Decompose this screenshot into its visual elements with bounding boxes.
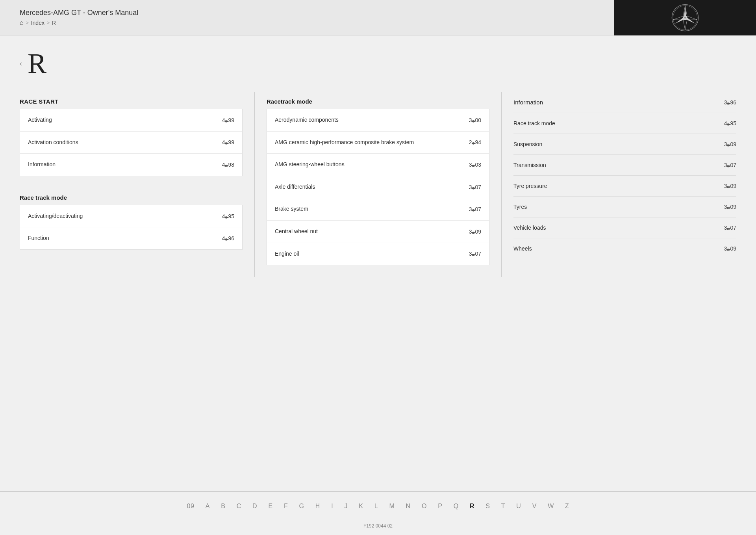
race-start-items: Activating 499 Activation conditions 499… <box>20 109 243 176</box>
item-page: 294 <box>469 139 481 145</box>
item-label: Information <box>28 161 56 169</box>
col3-item-page: 307 <box>724 225 736 231</box>
alpha-item-b[interactable]: B <box>215 500 231 513</box>
race-track-mode-section: Race track mode Activating/deactivating … <box>20 188 243 250</box>
alpha-item-a[interactable]: A <box>200 500 215 513</box>
list-item[interactable]: Information 498 <box>20 154 242 176</box>
col3-top-item[interactable]: Information 396 <box>513 92 736 113</box>
item-page: 300 <box>469 117 481 123</box>
col3-item-page: 309 <box>724 245 736 252</box>
list-item[interactable]: AMG steering-wheel buttons 303 <box>267 154 489 176</box>
column-1: RACE START Activating 499 Activation con… <box>20 92 246 277</box>
alpha-item-l[interactable]: L <box>369 500 384 513</box>
alpha-item-f[interactable]: F <box>278 500 294 513</box>
list-item[interactable]: Brake system 307 <box>267 198 489 221</box>
breadcrumb-sep2: > <box>47 20 50 26</box>
column-separator-1 <box>254 92 255 277</box>
col3-item-page: 307 <box>724 162 736 168</box>
list-item[interactable]: AMG ceramic high-performance composite b… <box>267 132 489 154</box>
main-content: RACE START Activating 499 Activation con… <box>0 84 756 491</box>
double-arrow-icon <box>472 228 475 235</box>
alpha-item-h[interactable]: H <box>310 500 326 513</box>
breadcrumb-sep1: > <box>26 20 29 26</box>
list-item[interactable]: Function 496 <box>20 227 242 249</box>
alpha-item-g[interactable]: G <box>294 500 310 513</box>
col3-item-label: Tyres <box>513 204 527 210</box>
list-item[interactable]: Activating 499 <box>20 109 242 132</box>
item-label: Activating <box>28 116 52 124</box>
race-start-header: RACE START <box>20 92 243 109</box>
breadcrumb-current: R <box>52 20 56 26</box>
alpha-item-e[interactable]: E <box>263 500 278 513</box>
race-track-mode-header: Race track mode <box>20 188 243 205</box>
racetrack-mode-col2-header: Racetrack mode <box>267 92 489 109</box>
item-label: Aerodynamic components <box>275 116 339 124</box>
col3-list-item[interactable]: Race track mode 495 <box>513 113 736 134</box>
col3-list-item[interactable]: Wheels 309 <box>513 238 736 259</box>
breadcrumb: ⌂ > Index > R <box>20 19 138 26</box>
alphabet-nav: 09 A B C D E F G H I J K L M N O P Q R S… <box>0 491 756 521</box>
alpha-item-t[interactable]: T <box>496 500 511 513</box>
alpha-item-o[interactable]: O <box>416 500 432 513</box>
double-arrow-icon <box>472 162 475 168</box>
list-item[interactable]: Engine oil 307 <box>267 243 489 265</box>
alpha-item-k[interactable]: K <box>353 500 369 513</box>
race-track-mode-items: Activating/deactivating 495 Function 496 <box>20 205 243 250</box>
list-item[interactable]: Axle differentials 307 <box>267 176 489 199</box>
alpha-item-09[interactable]: 09 <box>181 500 200 513</box>
mercedes-star-icon <box>671 4 699 32</box>
header-right <box>614 0 756 35</box>
double-arrow-icon <box>225 117 228 123</box>
racetrack-mode-col2-items: Aerodynamic components 300 AMG ceramic h… <box>267 109 489 265</box>
header-left: Mercedes-AMG GT - Owner's Manual ⌂ > Ind… <box>0 4 158 31</box>
item-label: Activation conditions <box>28 139 78 147</box>
alpha-item-n[interactable]: N <box>400 500 416 513</box>
double-arrow-icon <box>727 141 730 147</box>
alpha-item-m[interactable]: M <box>384 500 400 513</box>
alpha-item-s[interactable]: S <box>480 500 495 513</box>
list-item[interactable]: Aerodynamic components 300 <box>267 109 489 132</box>
back-arrow-icon[interactable]: ‹ <box>20 59 22 68</box>
alpha-item-d[interactable]: D <box>247 500 263 513</box>
alpha-item-z[interactable]: Z <box>560 500 575 513</box>
list-item[interactable]: Central wheel nut 309 <box>267 221 489 243</box>
double-arrow-icon <box>225 235 228 241</box>
alpha-item-r[interactable]: R <box>464 500 480 513</box>
double-arrow-icon <box>727 183 730 189</box>
col3-list-item[interactable]: Suspension 309 <box>513 134 736 155</box>
alpha-item-p[interactable]: P <box>432 500 448 513</box>
double-arrow-icon <box>472 139 475 145</box>
col3-item-label: Vehicle loads <box>513 225 546 231</box>
alpha-item-c[interactable]: C <box>231 500 247 513</box>
double-arrow-icon <box>225 162 228 168</box>
double-arrow-icon <box>472 251 475 257</box>
columns: RACE START Activating 499 Activation con… <box>20 92 736 277</box>
col3-list-item[interactable]: Tyres 309 <box>513 197 736 217</box>
list-item[interactable]: Activation conditions 499 <box>20 132 242 154</box>
double-arrow-icon <box>727 245 730 252</box>
item-label: Engine oil <box>275 250 299 258</box>
col3-item-page: 309 <box>724 204 736 210</box>
alpha-item-i[interactable]: I <box>326 500 339 513</box>
alpha-item-w[interactable]: W <box>542 500 560 513</box>
alpha-item-v[interactable]: V <box>527 500 542 513</box>
list-item[interactable]: Activating/deactivating 495 <box>20 205 242 228</box>
breadcrumb-home-icon[interactable]: ⌂ <box>20 19 24 26</box>
double-arrow-icon <box>727 204 730 210</box>
col3-top-item-page: 396 <box>724 99 736 106</box>
item-label: Function <box>28 234 49 242</box>
alpha-item-u[interactable]: U <box>511 500 526 513</box>
item-page: 307 <box>469 206 481 212</box>
alpha-item-j[interactable]: J <box>339 500 353 513</box>
col3-list-item[interactable]: Transmission 307 <box>513 155 736 176</box>
col3-item-label: Transmission <box>513 162 546 168</box>
page-letter-section: ‹ R <box>0 35 756 84</box>
breadcrumb-index[interactable]: Index <box>31 20 44 26</box>
col3-list-item[interactable]: Tyre pressure 309 <box>513 176 736 197</box>
col3-item-page: 309 <box>724 183 736 189</box>
alpha-item-q[interactable]: Q <box>448 500 464 513</box>
col3-item-label: Suspension <box>513 141 542 147</box>
racetrack-mode-section: Racetrack mode Aerodynamic components 30… <box>267 92 489 265</box>
col3-list-item[interactable]: Vehicle loads 307 <box>513 217 736 238</box>
col3-item-page: 495 <box>724 120 736 126</box>
